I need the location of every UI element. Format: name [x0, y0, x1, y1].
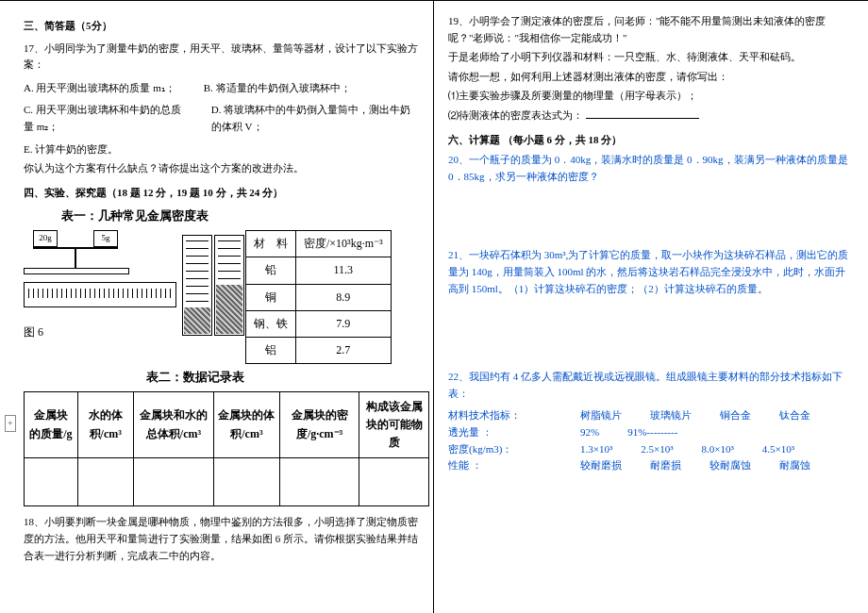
- dens-r2-mat: 钢、铁: [246, 310, 296, 337]
- spec-perf3: 耐腐蚀: [779, 457, 810, 474]
- figure-label: 图 6: [24, 323, 43, 341]
- spec-perf-label: 性能 ：: [448, 457, 552, 474]
- cylinder-b: [214, 235, 244, 336]
- q19-ask: 请你想一想，如何利用上述器材测出液体的密度，请你写出：: [448, 69, 854, 86]
- spec-header-row: 材料技术指标： 树脂镜片 玻璃镜片 铜合金 钛合金: [448, 407, 854, 424]
- q19-sub2-pre: ⑵待测液体的密度表达式为：: [448, 109, 583, 121]
- q17-a: A. 用天平测出玻璃杯的质量 m₁；: [24, 80, 175, 97]
- answer-blank[interactable]: [586, 118, 699, 119]
- table1-caption: 表一：几种常见金属密度表: [61, 207, 419, 226]
- spec-perf2: 较耐腐蚀: [709, 457, 751, 474]
- section6-title: 六、计算题 （每小题 6 分，共 18 分）: [448, 132, 854, 149]
- balance-right-pan: 5g: [93, 230, 118, 247]
- dens-r0-rho: 11.3: [296, 257, 392, 284]
- density-table: 材 料 密度/×10³kg·m⁻³ 铅11.3 铜8.9 钢、铁7.9 铝2.7: [245, 230, 392, 364]
- ruler-icon: [24, 282, 176, 307]
- section4-title: 四、实验、探究题（18 题 12 分，19 题 10 分，共 24 分）: [24, 185, 419, 202]
- q19-sub2: ⑵待测液体的密度表达式为：: [448, 108, 854, 124]
- record-table: 金属块的质量/g 水的体积/cm³ 金属块和水的总体积/cm³ 金属块的体积/c…: [24, 391, 429, 507]
- spec-perf0: 较耐磨损: [580, 457, 622, 474]
- dens-head-mat: 材 料: [246, 231, 296, 257]
- spec-trans1: 91%---------: [627, 424, 677, 441]
- rec-h5: 构成该金属块的可能物质: [359, 391, 429, 458]
- spec-dens-label: 密度(kg/m3)：: [448, 441, 552, 458]
- spec-dens-row: 密度(kg/m3)： 1.3×10³ 2.5×10³ 8.0×10³ 4.5×1…: [448, 441, 854, 458]
- spec-trans-row: 透光量 ： 92% 91%---------: [448, 424, 854, 441]
- spec-trans0: 92%: [580, 424, 599, 441]
- q19-intro: 19、小明学会了测定液体的密度后，问老师："能不能不用量筒测出未知液体的密度呢？…: [448, 13, 854, 46]
- rec-h1: 水的体积/cm³: [77, 391, 133, 458]
- spec-perf1: 耐磨损: [650, 457, 681, 474]
- q18: 18、小明要判断一块金属是哪种物质，物理中鉴别的方法很多，小明选择了测定物质密度…: [24, 514, 419, 564]
- rec-h3: 金属块的体积/cm³: [214, 391, 280, 458]
- rec-h4: 金属块的密度/g·cm⁻³: [279, 391, 359, 458]
- section3-title: 三、简答题（5分）: [24, 18, 419, 35]
- spec-dens0: 1.3×10³: [580, 441, 612, 458]
- q17-ask: 你认为这个方案有什么缺点？请你提出这个方案的改进办法。: [24, 160, 419, 177]
- dens-r3-rho: 2.7: [296, 337, 392, 363]
- spec-col0: 树脂镜片: [580, 407, 622, 424]
- spec-col2: 铜合金: [720, 407, 751, 424]
- spec-col1: 玻璃镜片: [650, 407, 692, 424]
- dens-r0-mat: 铅: [246, 257, 296, 284]
- dens-r1-mat: 铜: [246, 284, 296, 310]
- q22-intro: 22、我国约有 4 亿多人需配戴近视或远视眼镜。组成眼镜主要材料的部分技术指标如…: [448, 369, 854, 402]
- q17-intro: 17、小明同学为了测量牛奶的密度，用天平、玻璃杯、量筒等器材，设计了以下实验方案…: [24, 41, 419, 74]
- q17-b: B. 将适量的牛奶倒入玻璃杯中；: [204, 80, 351, 97]
- q17-c: C. 用天平测出玻璃杯和牛奶的总质量 m₂；: [24, 102, 183, 135]
- spec-dens1: 2.5×10³: [641, 441, 673, 458]
- q21: 21、一块碎石体积为 30m³,为了计算它的质量，取一小块作为这块碎石样品，测出…: [448, 247, 854, 297]
- dens-r1-rho: 8.9: [296, 284, 392, 310]
- spec-dens2: 8.0×10³: [702, 441, 734, 458]
- spec-perf-row: 性能 ： 较耐磨损 耐磨损 较耐腐蚀 耐腐蚀: [448, 457, 854, 474]
- q17-e: E. 计算牛奶的密度。: [24, 141, 419, 158]
- figure-6: 20g 5g 图 6: [24, 230, 241, 343]
- spec-trans-label: 透光量 ：: [448, 424, 552, 441]
- rec-h0: 金属块的质量/g: [25, 391, 78, 458]
- q19-sub1: ⑴主要实验步骤及所要测量的物理量（用字母表示）；: [448, 88, 854, 105]
- q19-given: 于是老师给了小明下列仪器和材料：一只空瓶、水、待测液体、天平和砝码。: [448, 49, 854, 66]
- q20: 20、一个瓶子的质量为 0．40kg，装满水时的质量是 0．90kg，装满另一种…: [448, 152, 854, 185]
- expand-icon[interactable]: +: [5, 415, 16, 432]
- table2-caption: 表二：数据记录表: [146, 368, 419, 388]
- spec-col3: 钛合金: [779, 407, 810, 424]
- balance-left-pan: 20g: [33, 230, 58, 247]
- cylinder-a: [182, 235, 212, 336]
- dens-head-rho: 密度/×10³kg·m⁻³: [296, 231, 392, 257]
- q17-d: D. 将玻璃杯中的牛奶倒入量筒中，测出牛奶的体积 V；: [211, 102, 419, 135]
- spec-header-label: 材料技术指标：: [448, 407, 552, 424]
- dens-r2-rho: 7.9: [296, 310, 392, 337]
- dens-r3-mat: 铝: [246, 337, 296, 363]
- spec-dens3: 4.5×10³: [762, 441, 794, 458]
- rec-h2: 金属块和水的总体积/cm³: [133, 391, 213, 458]
